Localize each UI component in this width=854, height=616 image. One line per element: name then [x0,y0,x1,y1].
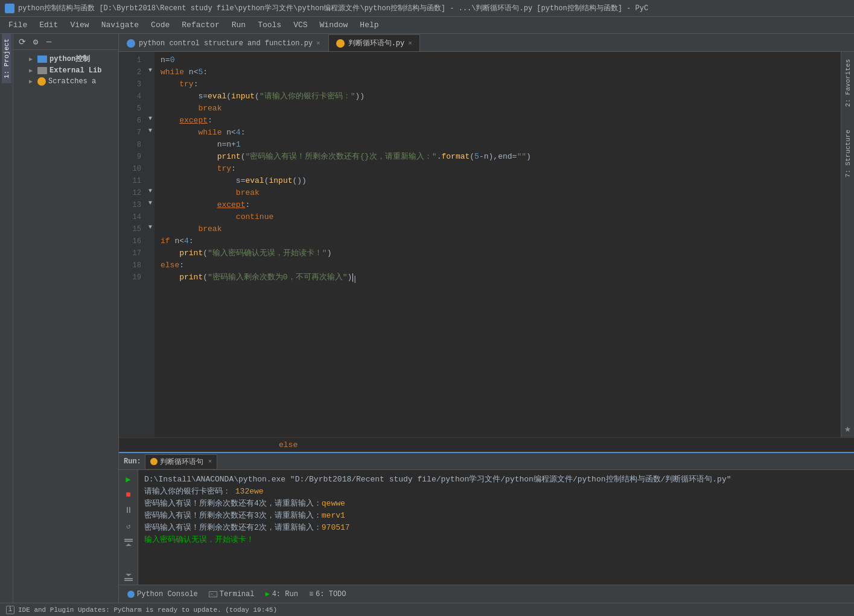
run-play-button[interactable]: ▶ [122,472,135,486]
menu-navigate[interactable]: Navigate [95,18,145,32]
run-close-icon[interactable]: × [208,458,212,465]
right-panel: python control structure and function.py… [119,34,854,603]
line-num-4: 4 [119,90,146,103]
gutter-5 [146,100,155,112]
run-output-4: 密码输入有误！所剩余次数还有2次，请重新输入：970517 [144,522,848,534]
menu-code[interactable]: Code [145,18,176,32]
line-num-19: 19 [119,271,146,284]
right-sidebar-tabs: 2: Favorites 7: Structure ★ [841,52,854,437]
gutter-3 [146,76,155,88]
line-num-15: 15 [119,223,146,235]
code-line-10: try: [161,163,835,175]
app-icon [5,4,14,13]
svg-marker-2 [126,544,132,546]
gutter-7[interactable]: ▼ [146,124,155,136]
bottom-tab-python-console[interactable]: Python Console [123,587,203,602]
todo-icon: ≡ [309,590,313,599]
code-line-15: break [161,223,835,235]
tab-icon-1 [127,39,135,48]
menu-tools[interactable]: Tools [252,18,287,32]
run-output-5: 输入密码确认无误，开始读卡！ [144,534,848,546]
menu-run[interactable]: Run [226,18,252,32]
menu-refactor[interactable]: Refactor [176,18,225,32]
tree-label-external: External Lib [49,66,101,75]
menu-help[interactable]: Help [354,18,384,32]
tab-python-control[interactable]: python control structure and function.py… [119,34,328,51]
tab-close-1[interactable]: × [316,40,320,47]
tree-item-external[interactable]: ▶ External Lib [27,65,118,76]
gutter-12[interactable]: ▼ [146,185,155,197]
run-output-3: 密码输入有误！所剩余次数还有3次，请重新输入：merv1 [144,510,848,522]
menu-vcs[interactable]: VCS [287,18,313,32]
sidebar-tab-structure[interactable]: 7: Structure [843,125,853,182]
bottom-tab-run[interactable]: ▶ 4: Run [260,587,302,602]
svg-rect-3 [124,578,133,579]
gutter-6[interactable]: ▼ [146,112,155,124]
code-content[interactable]: n=0 while n<5: try: s=eval(input("请输入你的银… [155,52,841,437]
run-tab-bar: Run: 判断循环语句 × [119,453,854,470]
menu-edit[interactable]: Edit [33,18,64,32]
svg-marker-5 [126,574,132,576]
tab-panduan[interactable]: 判断循环语句.py × [328,34,420,51]
bottom-tab-todo[interactable]: ≡ 6: TODO [304,587,351,602]
svg-rect-0 [124,541,133,542]
run-tab-panduan[interactable]: 判断循环语句 × [145,454,218,469]
gutter-10 [146,160,155,173]
run-rerun-button[interactable]: ↺ [122,519,135,533]
gutter-4 [146,88,155,100]
line-num-9: 9 [119,151,146,163]
title-bar: python控制结构与函数 [D:\Byrbt2018\Recent study… [0,0,854,17]
line-num-2: 2 [119,66,146,78]
tab-close-2[interactable]: × [408,40,412,47]
menu-view[interactable]: View [64,18,95,32]
folder-icon-python [37,56,47,63]
gutter-2[interactable]: ▼ [146,64,155,76]
folder-icon-external [37,67,47,74]
text-cursor: | [352,273,353,282]
line-num-16: 16 [119,235,146,247]
run-scroll-up-button[interactable] [122,535,135,548]
run-icon: ▶ [265,589,269,599]
run-panel: Run: 判断循环语句 × ▶ ■ ⏸ ↺ [119,452,854,585]
code-line-14: continue [161,211,835,223]
run-output-2: 密码输入有误！所剩余次数还有4次，请重新输入：qewwe [144,498,848,510]
line-num-13: 13 [119,199,146,211]
status-text: IDE and Plugin Updates: PyCharm is ready… [18,606,277,614]
run-scroll-down-button[interactable] [122,571,135,585]
update-icon: i [6,606,14,614]
line-num-18: 18 [119,259,146,271]
minimize-icon[interactable]: — [43,36,54,47]
status-bar: i IDE and Plugin Updates: PyCharm is rea… [0,603,854,616]
tree-item-python[interactable]: ▶ python控制 [27,52,118,65]
line-num-7: 7 [119,127,146,139]
sidebar-tab-favorites[interactable]: 2: Favorites [843,54,853,112]
arrow-icon-external: ▶ [29,67,37,74]
sidebar-tab-project[interactable]: 1: Project [2,34,11,83]
code-line-6: except: [161,115,835,127]
run-sidebar: ▶ ■ ⏸ ↺ [119,470,138,585]
tree-item-scratches[interactable]: ▶ Scratches a [27,76,118,87]
star-icon[interactable]: ★ [844,422,851,435]
gutter-15[interactable]: ▼ [146,221,155,233]
refresh-icon[interactable]: ⟳ [17,36,28,47]
menu-file[interactable]: File [2,18,33,32]
gutter-11 [146,173,155,185]
run-output-1: 请输入你的银行卡密码： 132ewe [144,486,848,498]
code-line-3: try: [161,78,835,90]
bottom-tab-label-4: 6: TODO [316,590,346,599]
run-stop-button[interactable]: ■ [122,488,135,501]
line-numbers: 1 2 3 4 5 6 7 8 9 10 11 12 13 14 15 16 1… [119,52,146,437]
gutter-14 [146,209,155,221]
gutter-13[interactable]: ▼ [146,197,155,209]
sidebar-content: ▶ python控制 ▶ External Lib ▶ Scratches a [27,50,118,603]
run-pause-button[interactable]: ⏸ [122,504,135,517]
settings-icon[interactable]: ⚙ [30,36,41,47]
menu-window[interactable]: Window [314,18,354,32]
line-num-11: 11 [119,175,146,187]
left-vertical-tabs: 1: Project [0,34,13,603]
line-num-1: 1 [119,54,146,66]
bottom-tab-terminal[interactable]: >_ Terminal [204,587,260,602]
gutter-18 [146,257,155,269]
run-tab-icon [150,458,158,465]
code-line-4: s=eval(input("请输入你的银行卡密码：")) [161,90,835,103]
